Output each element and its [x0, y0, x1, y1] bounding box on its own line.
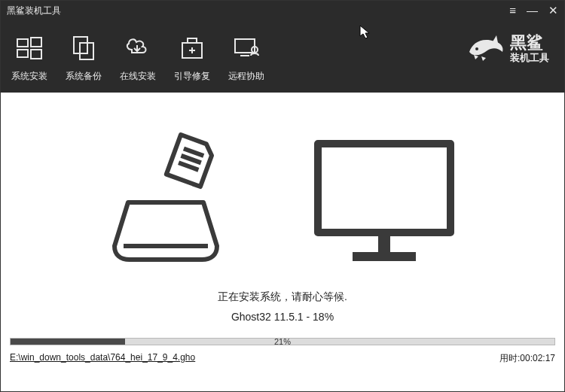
svg-point-14 [475, 47, 478, 50]
main-content: 正在安装系统，请耐心等候. Ghost32 11.5.1 - 18% 21% E… [1, 93, 564, 368]
repair-kit-icon [175, 31, 209, 65]
file-path-link[interactable]: E:\win_down_tools_data\764_hei_17_9_4.gh… [10, 352, 195, 365]
svg-rect-8 [188, 38, 197, 43]
progress-area: 21% [10, 338, 555, 345]
tool-label: 系统安装 [11, 70, 47, 83]
svg-line-15 [184, 148, 203, 156]
tool-system-install[interactable]: 系统安装 [11, 31, 47, 83]
svg-rect-2 [17, 50, 28, 57]
elapsed-time: 用时:00:02:17 [499, 352, 555, 365]
disk-file-icon [105, 127, 234, 270]
svg-rect-1 [31, 38, 41, 47]
titlebar: 黑鲨装机工具 ≡ — ✕ [1, 1, 564, 20]
monitor-icon [309, 135, 460, 270]
tool-online-install[interactable]: 在线安装 [120, 31, 156, 83]
tool-boot-repair[interactable]: 引导修复 [174, 31, 210, 83]
svg-line-16 [182, 156, 201, 163]
tool-label: 引导修复 [174, 70, 210, 83]
progress-percent: 21% [274, 337, 291, 346]
svg-rect-20 [378, 232, 390, 252]
tool-remote-assist[interactable]: 远程协助 [228, 31, 264, 83]
svg-rect-0 [17, 39, 28, 47]
cursor-icon [359, 25, 371, 40]
tool-system-backup[interactable]: 系统备份 [66, 31, 102, 83]
status-line2: Ghost32 11.5.1 - 18% [218, 307, 347, 327]
svg-rect-3 [31, 50, 41, 59]
footer: E:\win_down_tools_data\764_hei_17_9_4.gh… [10, 352, 555, 365]
svg-line-17 [179, 163, 198, 170]
tool-label: 远程协助 [228, 70, 264, 83]
logo-line1: 黑鲨 [510, 35, 549, 51]
progress-bar: 21% [10, 338, 555, 345]
windows-install-icon [12, 31, 47, 65]
menu-icon[interactable]: ≡ [509, 4, 516, 17]
svg-rect-19 [318, 144, 450, 232]
status-text: 正在安装系统，请耐心等候. Ghost32 11.5.1 - 18% [218, 287, 347, 327]
brand-logo: 黑鲨 装机工具 [465, 29, 549, 70]
window-controls: ≡ — ✕ [509, 4, 558, 17]
copy-icon [66, 31, 101, 65]
remote-monitor-icon [229, 31, 264, 65]
tool-label: 系统备份 [66, 70, 102, 83]
toolbar: 系统安装 系统备份 在线安装 引导修复 远程协助 黑鲨 装机 [1, 20, 564, 93]
shark-icon [465, 29, 505, 70]
minimize-icon[interactable]: — [527, 4, 538, 17]
logo-line2: 装机工具 [510, 51, 549, 65]
tool-label: 在线安装 [120, 70, 156, 83]
cloud-download-icon [121, 31, 155, 65]
close-icon[interactable]: ✕ [548, 4, 558, 17]
app-title: 黑鲨装机工具 [7, 5, 61, 17]
svg-rect-21 [353, 252, 416, 261]
status-line1: 正在安装系统，请耐心等候. [218, 287, 347, 307]
progress-fill [11, 339, 125, 345]
illustration [105, 120, 460, 270]
